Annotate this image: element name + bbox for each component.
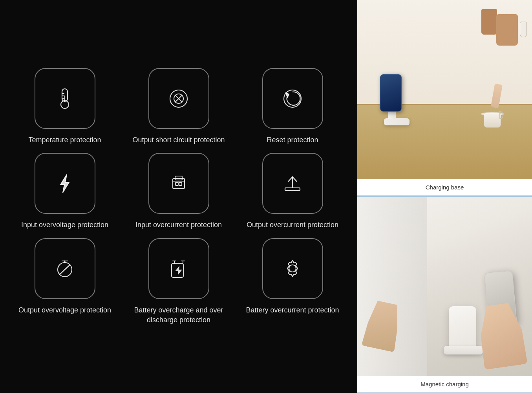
output-short-label: Output short circuit protection [132, 135, 225, 145]
reset-icon [279, 85, 306, 112]
charging-base-photo [357, 0, 532, 179]
feature-battery-overcharge: Battery overcharge and over discharge pr… [124, 238, 234, 325]
battery-overcharge-icon-box [148, 238, 209, 299]
reset-label: Reset protection [267, 135, 318, 145]
feature-input-overcurrent: Input overcurrent protection [124, 153, 234, 230]
upload-tray-icon [279, 170, 306, 197]
magnetic-charging-photo [357, 197, 532, 376]
battery-overcurrent-icon-box [262, 238, 323, 299]
input-overvoltage-icon-box [35, 153, 95, 214]
svg-line-23 [60, 265, 70, 274]
magnetic-charging-caption: Magnetic charging [357, 376, 532, 393]
feature-reset: Reset protection [238, 68, 347, 145]
svg-marker-29 [175, 266, 182, 275]
input-overcurrent-label: Input overcurrent protection [135, 220, 222, 230]
output-overcurrent-label: Output overcurrent protection [247, 220, 338, 230]
feature-temperature: Temperature protection [10, 68, 120, 145]
temperature-icon-box [35, 68, 95, 129]
top-photo-section: Charging base [357, 0, 532, 196]
svg-marker-11 [286, 93, 289, 97]
input-overcurrent-icon-box [148, 153, 209, 214]
lightning-icon [51, 170, 79, 197]
gear-icon [279, 255, 306, 282]
battery-overcurrent-label: Battery overcurrent protection [246, 305, 339, 315]
thermometer-icon [51, 85, 79, 112]
feature-output-overvoltage: Output overvoltage protection [10, 238, 120, 325]
svg-marker-12 [60, 174, 69, 193]
left-panel: Temperature protection Output short circ… [0, 0, 357, 393]
svg-rect-15 [176, 182, 178, 185]
bottom-photo-section: Magnetic charging [357, 197, 532, 393]
svg-rect-16 [179, 182, 182, 185]
features-grid: Temperature protection Output short circ… [10, 68, 347, 325]
svg-point-30 [289, 265, 296, 272]
battery-slash-icon [51, 255, 79, 282]
reset-icon-box [262, 68, 323, 129]
feature-battery-overcurrent: Battery overcurrent protection [238, 238, 347, 325]
temperature-label: Temperature protection [28, 135, 101, 145]
input-overvoltage-label: Input overvoltage protection [21, 220, 108, 230]
output-overvoltage-icon-box [35, 238, 95, 299]
output-overvoltage-label: Output overvoltage protection [18, 305, 111, 315]
battery-overcharge-label: Battery overcharge and over discharge pr… [124, 305, 234, 325]
right-panel: Charging base Magnetic charging [357, 0, 532, 393]
feature-input-overvoltage: Input overvoltage protection [10, 153, 120, 230]
svg-rect-19 [285, 188, 300, 191]
output-short-icon-box [148, 68, 209, 129]
memory-card-icon [165, 170, 192, 197]
battery-lightning-icon [165, 255, 192, 282]
output-overcurrent-icon-box [262, 153, 323, 214]
circle-x-icon [165, 85, 192, 112]
feature-output-overcurrent: Output overcurrent protection [238, 153, 347, 230]
charging-base-caption: Charging base [357, 179, 532, 196]
feature-output-short: Output short circuit protection [124, 68, 234, 145]
